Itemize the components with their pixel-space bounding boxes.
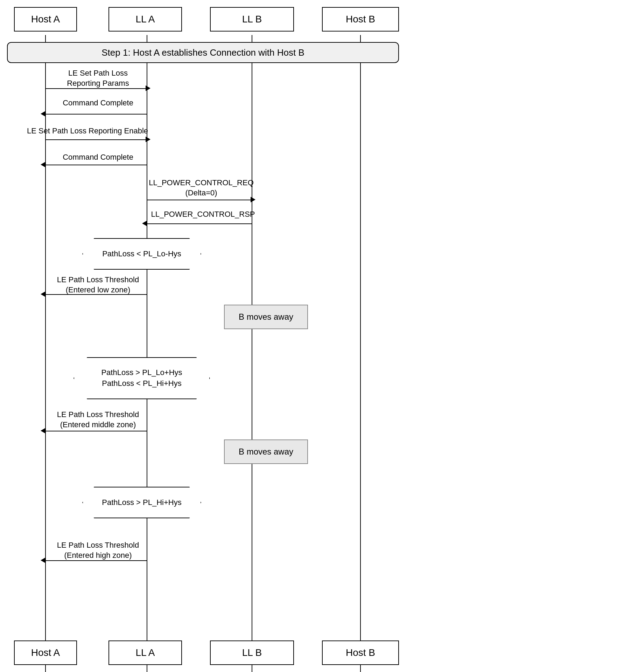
arrow5-label: LL_POWER_CONTROL_REQ (Delta=0) xyxy=(147,178,255,198)
arrow6-line xyxy=(147,223,252,224)
arrow7-line xyxy=(45,294,147,295)
arrow8-head xyxy=(41,428,45,434)
arrow3-head xyxy=(146,137,150,142)
lifeline-host-b xyxy=(360,35,361,672)
arrow1-label: LE Set Path Loss Reporting Params xyxy=(49,68,147,88)
arrow2-label: Command Complete xyxy=(52,98,143,108)
note-box-2: B moves away xyxy=(224,439,308,464)
arrow6-label: LL_POWER_CONTROL_RSP xyxy=(150,209,255,220)
arrow5-head xyxy=(251,197,255,202)
arrow7-head xyxy=(41,291,45,297)
lifeline-ll-b xyxy=(252,35,252,672)
arrow9-line xyxy=(45,560,147,561)
hex-box-3: PathLoss > PL_Hi+Hys xyxy=(82,487,201,518)
sequence-diagram: Host A LL A LL B Host B Step 1: Host A e… xyxy=(0,0,617,672)
arrow5-line xyxy=(147,200,252,200)
hex-box-2: PathLoss > PL_Lo+Hys PathLoss < PL_Hi+Hy… xyxy=(73,357,210,399)
arrow9-label: LE Path Loss Threshold (Entered high zon… xyxy=(49,540,147,560)
actor-host-a: Host A xyxy=(14,7,77,32)
arrow9-head xyxy=(41,557,45,563)
step-banner: Step 1: Host A establishes Connection wi… xyxy=(7,42,399,63)
arrow7-label: LE Path Loss Threshold (Entered low zone… xyxy=(49,275,147,295)
note-box-1: B moves away xyxy=(224,305,308,329)
arrow6-head xyxy=(142,221,147,226)
actor-ll-b-bottom: LL B xyxy=(210,640,294,665)
arrow1-line xyxy=(45,88,147,89)
hex-box-1: PathLoss < PL_Lo-Hys xyxy=(82,238,201,270)
arrow4-line xyxy=(45,165,147,165)
arrow1-head xyxy=(146,85,150,91)
actor-ll-a: LL A xyxy=(108,7,182,32)
arrow4-label: Command Complete xyxy=(52,152,143,162)
arrow4-head xyxy=(41,162,45,167)
arrow2-line xyxy=(45,114,147,115)
arrow3-line xyxy=(45,139,147,140)
arrow3-label: LE Set Path Loss Reporting Enable xyxy=(24,126,150,136)
actor-host-b: Host B xyxy=(322,7,399,32)
actor-host-a-bottom: Host A xyxy=(14,640,77,665)
actor-ll-b: LL B xyxy=(210,7,294,32)
arrow2-head xyxy=(41,111,45,117)
arrow8-label: LE Path Loss Threshold (Entered middle z… xyxy=(49,410,147,430)
arrow8-line xyxy=(45,431,147,431)
actor-ll-a-bottom: LL A xyxy=(108,640,182,665)
actor-host-b-bottom: Host B xyxy=(322,640,399,665)
